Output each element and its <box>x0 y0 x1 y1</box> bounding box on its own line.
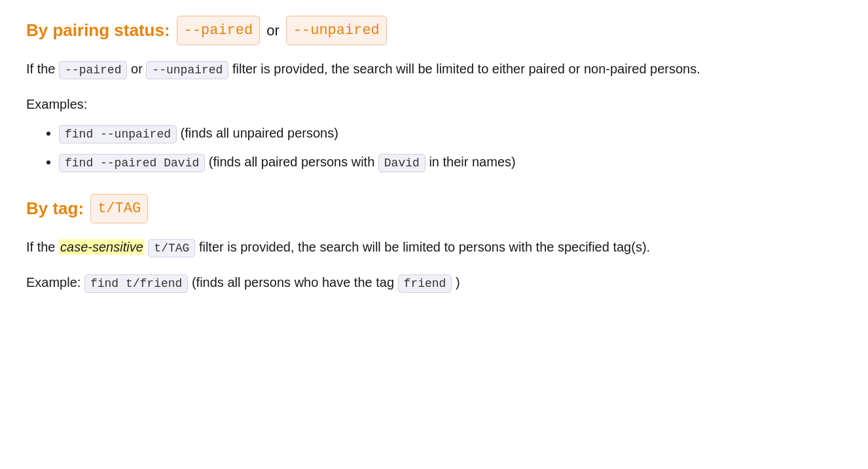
tag-body-suffix: filter is provided, the search will be l… <box>199 240 650 254</box>
unpaired-flag-heading: --unpaired <box>286 16 387 45</box>
tag-example-suffix-prefix: (finds all persons who have the tag <box>192 275 398 290</box>
example2-code: find --paired David <box>59 154 205 172</box>
example2-david-code: David <box>378 154 425 172</box>
example1-code: find --unpaired <box>59 125 177 143</box>
examples-list: find --unpaired (finds all unpaired pers… <box>26 122 842 173</box>
heading-or: or <box>266 19 280 42</box>
body1-suffix: filter is provided, the search will be l… <box>232 62 700 76</box>
by-tag-heading: By tag: t/TAG <box>26 194 842 223</box>
pairing-status-description: If the --paired or --unpaired filter is … <box>26 58 842 81</box>
tag-heading-prefix: By tag: <box>26 195 84 223</box>
example1-description: (finds all unpaired persons) <box>181 126 338 140</box>
tag-example-code: find t/friend <box>84 274 188 293</box>
tag-body-prefix: If the <box>26 240 55 254</box>
by-tag-section: By tag: t/TAG If the case-sensitive t/TA… <box>26 194 842 294</box>
by-tag-description: If the case-sensitive t/TAG filter is pr… <box>26 236 842 259</box>
example-item-1: find --unpaired (finds all unpaired pers… <box>59 122 842 145</box>
body1-prefix: If the <box>26 62 55 76</box>
tag-example-label: Example: <box>26 275 81 290</box>
unpaired-flag-inline: --unpaired <box>146 61 228 79</box>
heading-prefix: By pairing status: <box>26 17 170 45</box>
example-item-2: find --paired David (finds all paired pe… <box>59 151 842 174</box>
paired-flag-heading: --paired <box>177 16 261 45</box>
tag-example-end: ) <box>456 275 460 290</box>
tag-example-line: Example: find t/friend (finds all person… <box>26 272 842 294</box>
tag-code-inline: t/TAG <box>148 239 195 257</box>
example2-description-prefix: (finds all paired persons with <box>209 155 378 169</box>
tag-friend-code: friend <box>398 274 452 293</box>
tag-code-heading: t/TAG <box>90 194 148 223</box>
pairing-status-section: By pairing status: --paired or --unpaire… <box>26 16 842 173</box>
pairing-status-heading: By pairing status: --paired or --unpaire… <box>26 16 842 45</box>
body1-mid: or <box>131 62 146 76</box>
case-sensitive-text: case-sensitive <box>59 239 145 255</box>
paired-flag-inline: --paired <box>59 61 127 79</box>
examples-label: Examples: <box>26 94 842 115</box>
example2-description-suffix: in their names) <box>429 155 515 169</box>
